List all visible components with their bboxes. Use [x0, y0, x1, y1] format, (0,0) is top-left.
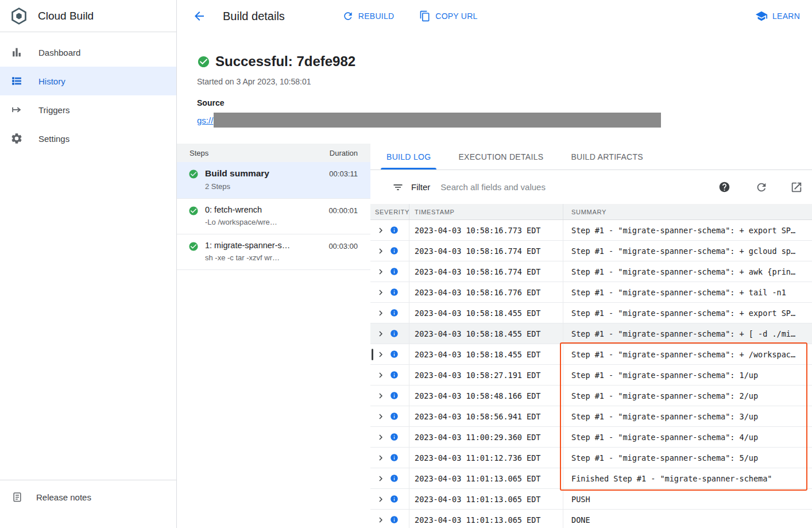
- chevron-right-icon[interactable]: [376, 267, 386, 277]
- chevron-right-icon[interactable]: [376, 411, 386, 422]
- filter-label: Filter: [411, 182, 430, 192]
- chevron-right-icon[interactable]: [376, 391, 386, 401]
- sidebar-item-dashboard[interactable]: Dashboard: [0, 38, 176, 67]
- rebuild-button[interactable]: REBUILD: [342, 10, 394, 22]
- log-row[interactable]: 2023-04-03 10:58:18.455 EDT Step #1 - "m…: [370, 344, 812, 365]
- log-row[interactable]: 2023-04-03 10:58:16.773 EDT Step #1 - "m…: [370, 220, 812, 241]
- log-row[interactable]: 2023-04-03 10:58:18.455 EDT Step #1 - "m…: [370, 323, 812, 344]
- help-icon[interactable]: [718, 181, 730, 193]
- tab[interactable]: BUILD LOG: [373, 144, 444, 169]
- log-summary: PUSH: [563, 489, 812, 509]
- severity-cell: [370, 323, 409, 344]
- log-row[interactable]: 2023-04-03 10:58:16.774 EDT Step #1 - "m…: [370, 261, 812, 282]
- log-row[interactable]: 2023-04-03 11:01:12.736 EDT Step #1 - "m…: [370, 448, 812, 468]
- status-heading: Successful: 7defe982: [197, 53, 812, 70]
- info-icon[interactable]: [390, 391, 399, 400]
- step-row[interactable]: Build summary 2 Steps 00:03:11: [177, 162, 370, 199]
- steps-panel-header: Steps Duration: [177, 144, 370, 162]
- info-icon[interactable]: [390, 474, 399, 483]
- page-header: Build details REBUILD COPY URL: [177, 0, 812, 32]
- log-row[interactable]: 2023-04-03 10:58:27.191 EDT Step #1 - "m…: [370, 365, 812, 386]
- filter-bar: Filter: [370, 170, 812, 204]
- info-icon[interactable]: [390, 329, 399, 338]
- log-timestamp: 2023-04-03 10:58:56.941 EDT: [409, 406, 563, 426]
- info-icon[interactable]: [390, 288, 399, 296]
- log-timestamp: 2023-04-03 10:58:18.455 EDT: [409, 323, 563, 344]
- tab[interactable]: BUILD ARTIFACTS: [557, 144, 657, 169]
- log-row[interactable]: 2023-04-03 10:58:48.166 EDT Step #1 - "m…: [370, 386, 812, 406]
- chevron-right-icon[interactable]: [376, 308, 386, 318]
- log-timestamp: 2023-04-03 10:58:16.776 EDT: [409, 282, 563, 302]
- info-icon[interactable]: [390, 495, 399, 503]
- info-icon[interactable]: [390, 433, 399, 441]
- sidebar-item-history[interactable]: History: [0, 67, 176, 95]
- log-table: SEVERITY TIMESTAMP SUMMARY 2023-04-03 10…: [370, 204, 812, 528]
- chevron-right-icon[interactable]: [376, 473, 386, 484]
- info-icon[interactable]: [390, 350, 399, 359]
- info-icon[interactable]: [390, 246, 399, 255]
- step-text: 1: migrate-spanner-s… sh -xe -c tar -xzv…: [205, 241, 290, 262]
- chevron-right-icon[interactable]: [376, 515, 386, 525]
- chevron-right-icon[interactable]: [376, 287, 386, 298]
- step-subtitle: -Lo /workspace/wre…: [205, 218, 277, 226]
- severity-cell: [370, 427, 409, 447]
- log-summary: Step #1 - "migrate-spanner-schema": + [ …: [563, 323, 812, 344]
- chevron-right-icon[interactable]: [376, 453, 386, 463]
- log-timestamp: 2023-04-03 11:01:13.065 EDT: [409, 510, 563, 528]
- copy-url-label: COPY URL: [435, 11, 477, 21]
- info-icon[interactable]: [390, 309, 399, 317]
- step-duration: 00:03:00: [328, 242, 358, 262]
- sidebar-footer: Release notes: [0, 480, 176, 514]
- info-icon[interactable]: [390, 226, 399, 234]
- severity-cell: [370, 386, 409, 406]
- chevron-right-icon[interactable]: [376, 494, 386, 504]
- log-summary: DONE: [563, 510, 812, 528]
- filter-icon: [392, 182, 404, 193]
- source-link[interactable]: gs://: [197, 115, 213, 125]
- log-table-body: 2023-04-03 10:58:16.773 EDT Step #1 - "m…: [370, 220, 812, 528]
- content-row: Steps Duration Build summary 2 Steps 00:…: [177, 144, 812, 528]
- tab-label: BUILD ARTIFACTS: [571, 152, 643, 161]
- step-duration: 00:03:11: [329, 169, 358, 191]
- sidebar-item-label: Dashboard: [38, 48, 80, 57]
- chevron-right-icon[interactable]: [376, 329, 386, 339]
- log-row[interactable]: 2023-04-03 11:00:29.360 EDT Step #1 - "m…: [370, 427, 812, 448]
- tab[interactable]: EXECUTION DETAILS: [444, 144, 557, 169]
- info-icon[interactable]: [390, 267, 399, 276]
- steps-column-label: Steps: [190, 149, 208, 157]
- chevron-right-icon[interactable]: [376, 349, 386, 360]
- log-row[interactable]: 2023-04-03 10:58:16.776 EDT Step #1 - "m…: [370, 282, 812, 303]
- log-row[interactable]: 2023-04-03 11:01:13.065 EDT Finished Ste…: [370, 468, 812, 489]
- chevron-right-icon[interactable]: [376, 225, 386, 236]
- learn-button[interactable]: LEARN: [755, 10, 800, 22]
- refresh-icon: [342, 10, 354, 22]
- chevron-right-icon[interactable]: [376, 370, 386, 380]
- step-row[interactable]: 0: fetch-wrench -Lo /workspace/wre… 00:0…: [177, 199, 370, 234]
- info-icon[interactable]: [390, 371, 399, 379]
- info-icon[interactable]: [390, 453, 399, 462]
- log-row[interactable]: 2023-04-03 11:01:13.065 EDT PUSH: [370, 489, 812, 510]
- refresh-log-icon[interactable]: [755, 181, 768, 194]
- open-in-new-icon[interactable]: [790, 181, 803, 194]
- source-label: Source: [197, 98, 812, 107]
- search-input[interactable]: [440, 182, 713, 192]
- step-duration: 00:00:01: [328, 206, 358, 226]
- log-row[interactable]: 2023-04-03 10:58:56.941 EDT Step #1 - "m…: [370, 406, 812, 427]
- log-timestamp: 2023-04-03 10:58:16.774 EDT: [409, 261, 563, 282]
- sidebar-item-settings[interactable]: Settings: [0, 124, 176, 153]
- log-row[interactable]: 2023-04-03 10:58:16.774 EDT Step #1 - "m…: [370, 241, 812, 261]
- log-timestamp: 2023-04-03 10:58:27.191 EDT: [409, 365, 563, 385]
- steps-list: Build summary 2 Steps 00:03:11 0: fetch-…: [177, 162, 370, 270]
- info-icon[interactable]: [390, 515, 399, 524]
- copy-url-button[interactable]: COPY URL: [419, 10, 477, 22]
- log-row[interactable]: 2023-04-03 11:01:13.065 EDT DONE: [370, 510, 812, 528]
- sidebar-item-triggers[interactable]: Triggers: [0, 95, 176, 124]
- info-icon[interactable]: [390, 412, 399, 421]
- log-row[interactable]: 2023-04-03 10:58:18.455 EDT Step #1 - "m…: [370, 303, 812, 323]
- chevron-right-icon[interactable]: [376, 432, 386, 442]
- learn-icon: [755, 10, 768, 22]
- chevron-right-icon[interactable]: [376, 246, 386, 256]
- step-row[interactable]: 1: migrate-spanner-s… sh -xe -c tar -xzv…: [177, 234, 370, 270]
- back-arrow-icon[interactable]: [192, 9, 206, 23]
- release-notes-item[interactable]: Release notes: [0, 480, 176, 514]
